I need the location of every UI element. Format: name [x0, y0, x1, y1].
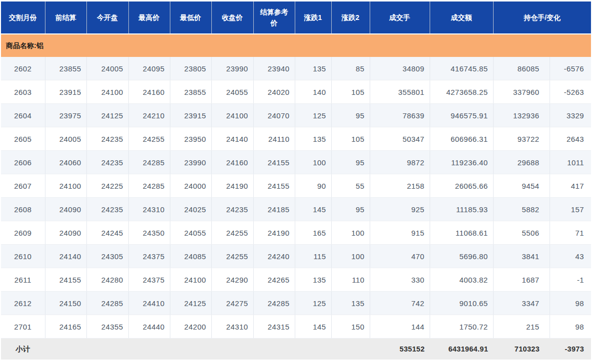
cell-prev-settlement: 24100 [45, 174, 86, 198]
cell-change2: 100 [331, 221, 370, 245]
cell-oi-change: 98 [550, 315, 591, 339]
cell-close: 24310 [211, 315, 253, 339]
table-row: 2612241502428524410241252427524285125135… [1, 292, 591, 315]
cell-prev-settlement: 24140 [45, 245, 86, 268]
cell-delivery-month: 2609 [1, 221, 45, 245]
subtotal-label: 小计 [1, 339, 45, 360]
cell-volume: 330 [370, 268, 430, 292]
cell-prev-settlement: 24150 [45, 292, 86, 315]
cell-oi-change: 98 [550, 292, 591, 315]
cell-open: 24125 [86, 104, 128, 127]
cell-open: 24235 [86, 198, 128, 221]
table-row: 2606240602423524285239902416024155100959… [1, 151, 591, 174]
subtotal-prev-settlement [45, 339, 86, 360]
cell-change2: 95 [331, 151, 370, 174]
table-row: 2605240052423524255239502414024110135105… [1, 127, 591, 151]
col-header-delivery-month: 交割月份 [1, 1, 45, 34]
cell-oi-change: 43 [550, 245, 591, 268]
subtotal-volume: 535152 [370, 339, 430, 360]
cell-prev-settlement: 24090 [45, 198, 86, 221]
cell-open: 24305 [86, 245, 128, 268]
cell-low: 23855 [170, 80, 211, 104]
cell-open-interest: 93722 [493, 127, 550, 151]
cell-volume: 915 [370, 221, 430, 245]
subtotal-settlement-ref [253, 339, 295, 360]
cell-change1: 100 [295, 151, 331, 174]
subtotal-change2 [331, 339, 370, 360]
cell-oi-change: 3329 [550, 104, 591, 127]
cell-delivery-month: 2607 [1, 174, 45, 198]
subtotal-high [128, 339, 170, 360]
table-row: 2604239752412524210239152410024070125957… [1, 104, 591, 127]
cell-delivery-month: 2605 [1, 127, 45, 151]
cell-prev-settlement: 23855 [45, 57, 86, 80]
table-row: 2602238552400524095238052399023940135853… [1, 57, 591, 80]
cell-high: 24375 [128, 245, 170, 268]
cell-high: 24350 [128, 221, 170, 245]
cell-volume: 2158 [370, 174, 430, 198]
cell-open-interest: 3841 [493, 245, 550, 268]
cell-change1: 135 [295, 127, 331, 151]
cell-delivery-month: 2701 [1, 315, 45, 339]
cell-open-interest: 3347 [493, 292, 550, 315]
cell-low: 24125 [170, 292, 211, 315]
cell-change2: 95 [331, 198, 370, 221]
cell-volume: 355801 [370, 80, 430, 104]
cell-delivery-month: 2602 [1, 57, 45, 80]
cell-change1: 140 [295, 80, 331, 104]
cell-turnover: 119236.40 [430, 151, 493, 174]
cell-open: 24235 [86, 127, 128, 151]
cell-change2: 135 [331, 292, 370, 315]
cell-prev-settlement: 24165 [45, 315, 86, 339]
table-row: 2608240902423524310240252423524185145959… [1, 198, 591, 221]
cell-delivery-month: 2611 [1, 268, 45, 292]
cell-oi-change: 71 [550, 221, 591, 245]
cell-high: 24255 [128, 127, 170, 151]
cell-open: 24235 [86, 151, 128, 174]
subtotal-change1 [295, 339, 331, 360]
cell-low: 24085 [170, 245, 211, 268]
cell-delivery-month: 2606 [1, 151, 45, 174]
cell-volume: 144 [370, 315, 430, 339]
cell-settlement-ref: 24265 [253, 268, 295, 292]
cell-oi-change: 417 [550, 174, 591, 198]
cell-oi-change: -1 [550, 268, 591, 292]
cell-open-interest: 1687 [493, 268, 550, 292]
cell-open-interest: 215 [493, 315, 550, 339]
cell-change2: 110 [331, 268, 370, 292]
cell-open: 24225 [86, 174, 128, 198]
cell-low: 24200 [170, 315, 211, 339]
cell-settlement-ref: 24315 [253, 315, 295, 339]
cell-change1: 135 [295, 268, 331, 292]
cell-turnover: 1750.72 [430, 315, 493, 339]
cell-close: 24055 [211, 80, 253, 104]
subtotal-oi-change: -3973 [550, 339, 591, 360]
cell-low: 24000 [170, 174, 211, 198]
col-header-open: 今开盘 [86, 1, 128, 34]
cell-open-interest: 132936 [493, 104, 550, 127]
futures-quotes-container: 交割月份前结算今开盘最高价最低价收盘价结算参考价涨跌1涨跌2成交手成交额持仓手/… [0, 0, 592, 360]
cell-change2: 85 [331, 57, 370, 80]
cell-close: 24140 [211, 127, 253, 151]
cell-high: 24160 [128, 80, 170, 104]
cell-settlement-ref: 24190 [253, 221, 295, 245]
cell-settlement-ref: 24155 [253, 151, 295, 174]
cell-high: 24410 [128, 292, 170, 315]
cell-settlement-ref: 23940 [253, 57, 295, 80]
cell-settlement-ref: 24240 [253, 245, 295, 268]
cell-volume: 78639 [370, 104, 430, 127]
cell-close: 24290 [211, 268, 253, 292]
col-header-low: 最低价 [170, 1, 211, 34]
cell-turnover: 5696.80 [430, 245, 493, 268]
col-header-volume: 成交手 [370, 1, 430, 34]
cell-turnover: 4273658.25 [430, 80, 493, 104]
cell-low: 24055 [170, 221, 211, 245]
futures-quotes-table: 交割月份前结算今开盘最高价最低价收盘价结算参考价涨跌1涨跌2成交手成交额持仓手/… [1, 1, 591, 360]
cell-open-interest: 86085 [493, 57, 550, 80]
subtotal-open-interest: 710323 [493, 339, 550, 360]
col-header-open-interest-change: 持仓手/变化 [493, 1, 591, 34]
cell-prev-settlement: 24155 [45, 268, 86, 292]
header-row: 交割月份前结算今开盘最高价最低价收盘价结算参考价涨跌1涨跌2成交手成交额持仓手/… [1, 1, 591, 34]
cell-oi-change: 2643 [550, 127, 591, 151]
subtotal-close [211, 339, 253, 360]
